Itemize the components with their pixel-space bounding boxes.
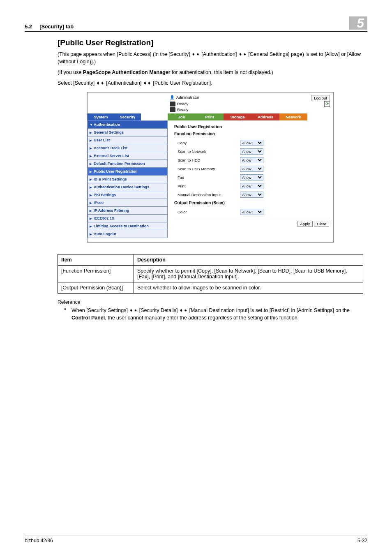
- paragraph-1: (This page appears when [Public Access] …: [58, 51, 363, 65]
- sidebar-item-default-fp[interactable]: Default Function Permission: [88, 160, 168, 168]
- printer-icon: [170, 107, 175, 112]
- tab-print[interactable]: Print: [196, 113, 224, 120]
- apply-button[interactable]: Apply: [297, 221, 313, 227]
- sidebar-item-authentication[interactable]: Authentication: [88, 120, 168, 129]
- permission-select[interactable]: Allow: [240, 209, 263, 215]
- reference-table: Item Description [Function Permission] S…: [58, 254, 363, 294]
- content-heading: Public User Registration: [174, 125, 329, 129]
- content-pane: Public User Registration Function Permis…: [168, 120, 333, 238]
- content-sub1: Function Permission: [174, 132, 329, 136]
- permission-select[interactable]: Allow: [240, 192, 263, 197]
- admin-indicator: 👤 Administrator: [170, 95, 199, 99]
- table-row: [Function Permission] Specify whether to…: [58, 265, 363, 282]
- permission-row: Manual Destination InputAllow: [174, 190, 329, 199]
- arrow-icon: ➧➧: [179, 307, 188, 313]
- sidebar-item-ipsec[interactable]: IPsec: [88, 199, 168, 207]
- arrow-icon: ➧➧: [238, 51, 247, 57]
- tab-strip: System Security Job Print Storage Addres…: [88, 113, 333, 120]
- chapter-number: 5: [349, 16, 367, 30]
- sidebar: Authentication General Settings User Lis…: [88, 120, 168, 238]
- footer-model: bizhub 42/36: [25, 538, 53, 543]
- permission-label: Copy: [174, 141, 240, 145]
- tab-address[interactable]: Address: [251, 113, 279, 120]
- sidebar-item-ieee[interactable]: IEEE802.1X: [88, 215, 168, 222]
- printer-icon: [170, 102, 175, 106]
- arrow-icon: ➧➧: [129, 307, 138, 313]
- tab-storage[interactable]: Storage: [224, 113, 251, 120]
- permission-row: Scan to NetworkAllow: [174, 147, 329, 156]
- page-title: [Public User Registration]: [58, 38, 363, 47]
- permission-label: Manual Destination Input: [174, 192, 240, 197]
- arrow-icon: ➧➧: [191, 51, 200, 57]
- status-row: Ready: [170, 101, 188, 107]
- permission-select[interactable]: Allow: [240, 157, 263, 163]
- permission-row: Scan to USB MemoryAllow: [174, 164, 329, 173]
- footer-page: 5-32: [357, 538, 367, 543]
- sidebar-item-external-server[interactable]: External Server List: [88, 152, 168, 160]
- sidebar-item-ip-filtering[interactable]: IP Address Filtering: [88, 207, 168, 215]
- table-header-item: Item: [58, 254, 134, 265]
- permission-select[interactable]: Allow: [240, 140, 263, 146]
- content-sub2: Output Permission (Scan): [174, 201, 329, 205]
- permission-label: Scan to HDD: [174, 158, 240, 162]
- user-icon: 👤: [170, 95, 175, 99]
- reference-heading: Reference: [58, 299, 363, 305]
- sidebar-item-auth-device[interactable]: Authentication Device Settings: [88, 183, 168, 191]
- permission-row: FaxAllow: [174, 173, 329, 182]
- sidebar-item-auto-logout[interactable]: Auto Logout: [88, 230, 168, 238]
- permission-label: Print: [174, 184, 240, 188]
- logout-button[interactable]: Log out: [311, 95, 330, 101]
- arrow-icon: ➧➧: [143, 80, 152, 86]
- section-heading: 5.2 [Security] tab: [25, 23, 74, 30]
- tab-network[interactable]: Network: [279, 113, 307, 120]
- page-footer: bizhub 42/36 5-32: [25, 536, 367, 543]
- section-number: 5.2: [25, 23, 32, 30]
- sidebar-item-account-track[interactable]: Account Track List: [88, 144, 168, 152]
- sidebar-item-id-print[interactable]: ID & Print Settings: [88, 176, 168, 183]
- arrow-icon: ➧➧: [96, 80, 105, 86]
- permission-label: Scan to USB Memory: [174, 166, 240, 171]
- permission-label: Scan to Network: [174, 149, 240, 154]
- permission-select[interactable]: Allow: [240, 166, 263, 171]
- refresh-icon[interactable]: ⟳: [324, 101, 330, 107]
- permission-row: PrintAllow: [174, 182, 329, 190]
- chapter-badge: 5: [349, 16, 367, 30]
- reference-item: When [Security Settings] ➧➧ [Security De…: [64, 307, 363, 321]
- screenshot-panel: 👤 Administrator Log out Ready Ready ⟳ Sy…: [87, 92, 334, 243]
- permission-row: ColorAllow: [174, 208, 329, 216]
- reference-list: When [Security Settings] ➧➧ [Security De…: [58, 307, 363, 321]
- permission-label: Color: [174, 210, 240, 214]
- table-row: [Output Permission (Scan)] Select whethe…: [58, 282, 363, 293]
- permission-select[interactable]: Allow: [240, 183, 263, 189]
- permission-label: Fax: [174, 175, 240, 180]
- admin-label: Administrator: [176, 95, 199, 99]
- permission-select[interactable]: Allow: [240, 175, 263, 180]
- sidebar-item-limiting[interactable]: Limiting Access to Destination: [88, 222, 168, 230]
- permission-row: Scan to HDDAllow: [174, 156, 329, 164]
- sidebar-item-general[interactable]: General Settings: [88, 129, 168, 136]
- sidebar-item-public-user-reg[interactable]: Public User Registration: [88, 168, 168, 176]
- paragraph-2: (If you use PageScope Authentication Man…: [58, 69, 363, 76]
- status-row: Ready: [170, 107, 188, 113]
- paragraph-3: Select [Security] ➧➧ [Authentication] ➧➧…: [58, 79, 363, 87]
- tab-security[interactable]: Security: [114, 113, 141, 120]
- page-header: 5.2 [Security] tab 5: [25, 16, 367, 32]
- tab-job[interactable]: Job: [168, 113, 196, 120]
- permission-row: CopyAllow: [174, 139, 329, 147]
- section-title: [Security] tab: [39, 23, 74, 30]
- clear-button[interactable]: Clear: [314, 221, 329, 227]
- table-header-desc: Description: [134, 254, 363, 265]
- sidebar-item-pki[interactable]: PKI Settings: [88, 191, 168, 199]
- sidebar-item-userlist[interactable]: User List: [88, 136, 168, 144]
- permission-select[interactable]: Allow: [240, 149, 263, 154]
- tab-system[interactable]: System: [88, 113, 114, 120]
